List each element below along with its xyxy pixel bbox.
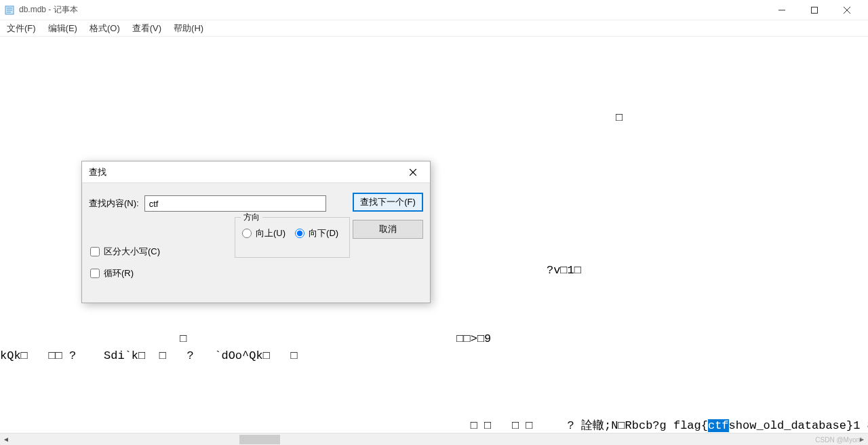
search-highlight: ctf	[708, 419, 729, 432]
find-label: 查找内容(N):	[89, 197, 139, 210]
radio-down-input[interactable]	[295, 229, 304, 238]
menubar: 文件(F) 编辑(E) 格式(O) 查看(V) 帮助(H)	[0, 20, 868, 37]
menu-file[interactable]: 文件(F)	[4, 21, 39, 36]
find-next-button[interactable]: 查找下一个(F)	[353, 193, 423, 212]
close-button[interactable]	[837, 3, 857, 17]
maximize-button[interactable]	[804, 3, 825, 17]
radio-down[interactable]: 向下(D)	[295, 227, 338, 239]
find-dialog: 查找 查找内容(N): 查找下一个(F) 取消 方向 向上(U) 向下(D) 区…	[81, 161, 431, 303]
radio-up[interactable]: 向上(U)	[242, 227, 285, 239]
dialog-title: 查找	[89, 166, 106, 178]
horizontal-scrollbar[interactable]: ◄ ►	[0, 433, 868, 445]
scroll-track[interactable]	[12, 433, 856, 445]
text-line: kQk□ □□ ? Sdi`k□ □ ? `dOo^Qk□ □	[0, 349, 868, 362]
direction-group-label: 方向	[241, 212, 262, 223]
scroll-left-arrow[interactable]: ◄	[0, 433, 12, 446]
scroll-thumb[interactable]	[239, 435, 280, 444]
svg-rect-5	[812, 7, 818, 13]
text-fragment: show_old_database}1 8 6	[729, 419, 868, 432]
check-case-input[interactable]	[90, 247, 100, 256]
notepad-icon	[4, 5, 15, 16]
check-wrap-input[interactable]	[90, 269, 100, 278]
text-line: □ □ □ □ ? 詮轍;N□Rbcb?g flag{ctfshow_old_d…	[0, 417, 868, 433]
cancel-button[interactable]: 取消	[353, 220, 423, 239]
menu-format[interactable]: 格式(O)	[87, 21, 123, 36]
check-case[interactable]: 区分大小写(C)	[90, 246, 160, 258]
dialog-titlebar[interactable]: 查找	[82, 161, 430, 183]
radio-down-label: 向下(D)	[309, 227, 338, 239]
minimize-button[interactable]	[772, 3, 792, 17]
radio-up-input[interactable]	[242, 229, 252, 238]
dialog-close-button[interactable]	[403, 161, 423, 182]
text-fragment: □ □ □ □ ? 詮轍;N□Rbcb?g flag{	[0, 419, 708, 432]
menu-edit[interactable]: 编辑(E)	[45, 21, 80, 36]
text-line: □ □□>□9	[0, 332, 868, 345]
check-wrap-label: 循环(R)	[104, 267, 134, 279]
titlebar: db.mdb - 记事本	[0, 0, 868, 20]
watermark: CSDN @Myon⁵	[815, 436, 863, 444]
window-controls	[772, 3, 864, 17]
menu-help[interactable]: 帮助(H)	[171, 21, 206, 36]
menu-view[interactable]: 查看(V)	[130, 21, 164, 36]
text-line: □	[0, 111, 868, 124]
find-input[interactable]	[144, 195, 326, 212]
direction-group: 方向 向上(U) 向下(D)	[235, 217, 350, 258]
radio-up-label: 向上(U)	[256, 227, 285, 239]
check-wrap[interactable]: 循环(R)	[90, 267, 160, 279]
window-title: db.mdb - 记事本	[19, 4, 78, 16]
dialog-body: 查找内容(N): 查找下一个(F) 取消 方向 向上(U) 向下(D) 区分大小…	[82, 183, 430, 303]
check-case-label: 区分大小写(C)	[104, 246, 160, 258]
